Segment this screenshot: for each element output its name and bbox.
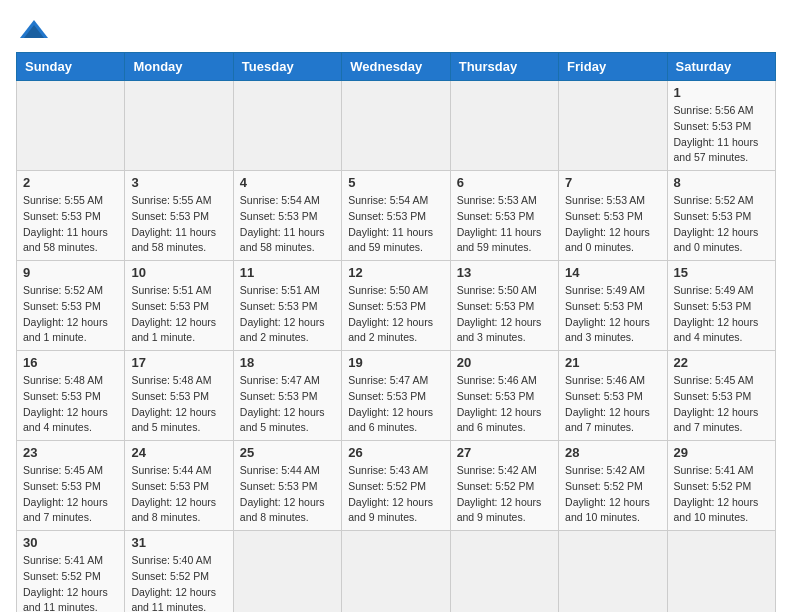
day-info: Sunrise: 5:52 AM Sunset: 5:53 PM Dayligh… bbox=[23, 283, 118, 346]
calendar-cell: 27Sunrise: 5:42 AM Sunset: 5:52 PM Dayli… bbox=[450, 441, 558, 531]
day-info: Sunrise: 5:48 AM Sunset: 5:53 PM Dayligh… bbox=[131, 373, 226, 436]
day-info: Sunrise: 5:48 AM Sunset: 5:53 PM Dayligh… bbox=[23, 373, 118, 436]
weekday-header-sunday: Sunday bbox=[17, 53, 125, 81]
day-number: 19 bbox=[348, 355, 443, 370]
logo-icon bbox=[16, 16, 52, 44]
weekday-header-wednesday: Wednesday bbox=[342, 53, 450, 81]
week-row-4: 23Sunrise: 5:45 AM Sunset: 5:53 PM Dayli… bbox=[17, 441, 776, 531]
calendar-cell: 30Sunrise: 5:41 AM Sunset: 5:52 PM Dayli… bbox=[17, 531, 125, 613]
day-info: Sunrise: 5:51 AM Sunset: 5:53 PM Dayligh… bbox=[131, 283, 226, 346]
day-number: 5 bbox=[348, 175, 443, 190]
calendar-cell bbox=[125, 81, 233, 171]
calendar-cell: 24Sunrise: 5:44 AM Sunset: 5:53 PM Dayli… bbox=[125, 441, 233, 531]
calendar-cell: 8Sunrise: 5:52 AM Sunset: 5:53 PM Daylig… bbox=[667, 171, 775, 261]
calendar-cell: 17Sunrise: 5:48 AM Sunset: 5:53 PM Dayli… bbox=[125, 351, 233, 441]
day-number: 11 bbox=[240, 265, 335, 280]
day-number: 10 bbox=[131, 265, 226, 280]
day-number: 24 bbox=[131, 445, 226, 460]
calendar-cell bbox=[233, 531, 341, 613]
day-number: 31 bbox=[131, 535, 226, 550]
calendar-cell bbox=[450, 81, 558, 171]
day-info: Sunrise: 5:41 AM Sunset: 5:52 PM Dayligh… bbox=[23, 553, 118, 612]
day-info: Sunrise: 5:42 AM Sunset: 5:52 PM Dayligh… bbox=[457, 463, 552, 526]
calendar-cell: 13Sunrise: 5:50 AM Sunset: 5:53 PM Dayli… bbox=[450, 261, 558, 351]
day-info: Sunrise: 5:46 AM Sunset: 5:53 PM Dayligh… bbox=[565, 373, 660, 436]
day-info: Sunrise: 5:45 AM Sunset: 5:53 PM Dayligh… bbox=[674, 373, 769, 436]
day-info: Sunrise: 5:54 AM Sunset: 5:53 PM Dayligh… bbox=[348, 193, 443, 256]
day-info: Sunrise: 5:55 AM Sunset: 5:53 PM Dayligh… bbox=[23, 193, 118, 256]
day-info: Sunrise: 5:49 AM Sunset: 5:53 PM Dayligh… bbox=[674, 283, 769, 346]
day-info: Sunrise: 5:50 AM Sunset: 5:53 PM Dayligh… bbox=[457, 283, 552, 346]
calendar-cell: 14Sunrise: 5:49 AM Sunset: 5:53 PM Dayli… bbox=[559, 261, 667, 351]
day-number: 2 bbox=[23, 175, 118, 190]
weekday-header-friday: Friday bbox=[559, 53, 667, 81]
day-number: 12 bbox=[348, 265, 443, 280]
page-header bbox=[16, 16, 776, 44]
day-info: Sunrise: 5:54 AM Sunset: 5:53 PM Dayligh… bbox=[240, 193, 335, 256]
weekday-header-monday: Monday bbox=[125, 53, 233, 81]
calendar-cell: 20Sunrise: 5:46 AM Sunset: 5:53 PM Dayli… bbox=[450, 351, 558, 441]
day-info: Sunrise: 5:42 AM Sunset: 5:52 PM Dayligh… bbox=[565, 463, 660, 526]
calendar-cell: 12Sunrise: 5:50 AM Sunset: 5:53 PM Dayli… bbox=[342, 261, 450, 351]
day-info: Sunrise: 5:41 AM Sunset: 5:52 PM Dayligh… bbox=[674, 463, 769, 526]
svg-rect-2 bbox=[30, 30, 38, 38]
calendar-cell bbox=[450, 531, 558, 613]
day-info: Sunrise: 5:46 AM Sunset: 5:53 PM Dayligh… bbox=[457, 373, 552, 436]
calendar-table: SundayMondayTuesdayWednesdayThursdayFrid… bbox=[16, 52, 776, 612]
day-number: 25 bbox=[240, 445, 335, 460]
day-number: 27 bbox=[457, 445, 552, 460]
calendar-cell: 23Sunrise: 5:45 AM Sunset: 5:53 PM Dayli… bbox=[17, 441, 125, 531]
day-number: 17 bbox=[131, 355, 226, 370]
day-info: Sunrise: 5:51 AM Sunset: 5:53 PM Dayligh… bbox=[240, 283, 335, 346]
calendar-cell bbox=[559, 531, 667, 613]
day-number: 20 bbox=[457, 355, 552, 370]
calendar-cell: 6Sunrise: 5:53 AM Sunset: 5:53 PM Daylig… bbox=[450, 171, 558, 261]
calendar-cell: 21Sunrise: 5:46 AM Sunset: 5:53 PM Dayli… bbox=[559, 351, 667, 441]
calendar-cell: 19Sunrise: 5:47 AM Sunset: 5:53 PM Dayli… bbox=[342, 351, 450, 441]
day-number: 13 bbox=[457, 265, 552, 280]
calendar-cell bbox=[233, 81, 341, 171]
day-number: 9 bbox=[23, 265, 118, 280]
day-number: 23 bbox=[23, 445, 118, 460]
day-number: 6 bbox=[457, 175, 552, 190]
week-row-5: 30Sunrise: 5:41 AM Sunset: 5:52 PM Dayli… bbox=[17, 531, 776, 613]
calendar-cell: 1Sunrise: 5:56 AM Sunset: 5:53 PM Daylig… bbox=[667, 81, 775, 171]
day-info: Sunrise: 5:45 AM Sunset: 5:53 PM Dayligh… bbox=[23, 463, 118, 526]
calendar-cell: 28Sunrise: 5:42 AM Sunset: 5:52 PM Dayli… bbox=[559, 441, 667, 531]
calendar-cell: 15Sunrise: 5:49 AM Sunset: 5:53 PM Dayli… bbox=[667, 261, 775, 351]
day-info: Sunrise: 5:53 AM Sunset: 5:53 PM Dayligh… bbox=[457, 193, 552, 256]
calendar-cell: 18Sunrise: 5:47 AM Sunset: 5:53 PM Dayli… bbox=[233, 351, 341, 441]
calendar-cell bbox=[559, 81, 667, 171]
weekday-header-row: SundayMondayTuesdayWednesdayThursdayFrid… bbox=[17, 53, 776, 81]
calendar-cell: 3Sunrise: 5:55 AM Sunset: 5:53 PM Daylig… bbox=[125, 171, 233, 261]
day-number: 8 bbox=[674, 175, 769, 190]
day-info: Sunrise: 5:44 AM Sunset: 5:53 PM Dayligh… bbox=[240, 463, 335, 526]
weekday-header-thursday: Thursday bbox=[450, 53, 558, 81]
weekday-header-saturday: Saturday bbox=[667, 53, 775, 81]
week-row-1: 2Sunrise: 5:55 AM Sunset: 5:53 PM Daylig… bbox=[17, 171, 776, 261]
calendar-cell bbox=[342, 531, 450, 613]
day-number: 28 bbox=[565, 445, 660, 460]
calendar-cell: 22Sunrise: 5:45 AM Sunset: 5:53 PM Dayli… bbox=[667, 351, 775, 441]
day-info: Sunrise: 5:53 AM Sunset: 5:53 PM Dayligh… bbox=[565, 193, 660, 256]
day-number: 4 bbox=[240, 175, 335, 190]
day-info: Sunrise: 5:47 AM Sunset: 5:53 PM Dayligh… bbox=[240, 373, 335, 436]
calendar-cell: 7Sunrise: 5:53 AM Sunset: 5:53 PM Daylig… bbox=[559, 171, 667, 261]
day-number: 7 bbox=[565, 175, 660, 190]
weekday-header-tuesday: Tuesday bbox=[233, 53, 341, 81]
calendar-cell: 9Sunrise: 5:52 AM Sunset: 5:53 PM Daylig… bbox=[17, 261, 125, 351]
week-row-3: 16Sunrise: 5:48 AM Sunset: 5:53 PM Dayli… bbox=[17, 351, 776, 441]
calendar-cell: 4Sunrise: 5:54 AM Sunset: 5:53 PM Daylig… bbox=[233, 171, 341, 261]
calendar-cell: 16Sunrise: 5:48 AM Sunset: 5:53 PM Dayli… bbox=[17, 351, 125, 441]
calendar-cell bbox=[667, 531, 775, 613]
day-info: Sunrise: 5:47 AM Sunset: 5:53 PM Dayligh… bbox=[348, 373, 443, 436]
day-number: 1 bbox=[674, 85, 769, 100]
day-number: 30 bbox=[23, 535, 118, 550]
calendar-cell: 5Sunrise: 5:54 AM Sunset: 5:53 PM Daylig… bbox=[342, 171, 450, 261]
day-number: 14 bbox=[565, 265, 660, 280]
day-number: 15 bbox=[674, 265, 769, 280]
day-info: Sunrise: 5:44 AM Sunset: 5:53 PM Dayligh… bbox=[131, 463, 226, 526]
calendar-cell bbox=[342, 81, 450, 171]
calendar-cell bbox=[17, 81, 125, 171]
day-info: Sunrise: 5:40 AM Sunset: 5:52 PM Dayligh… bbox=[131, 553, 226, 612]
